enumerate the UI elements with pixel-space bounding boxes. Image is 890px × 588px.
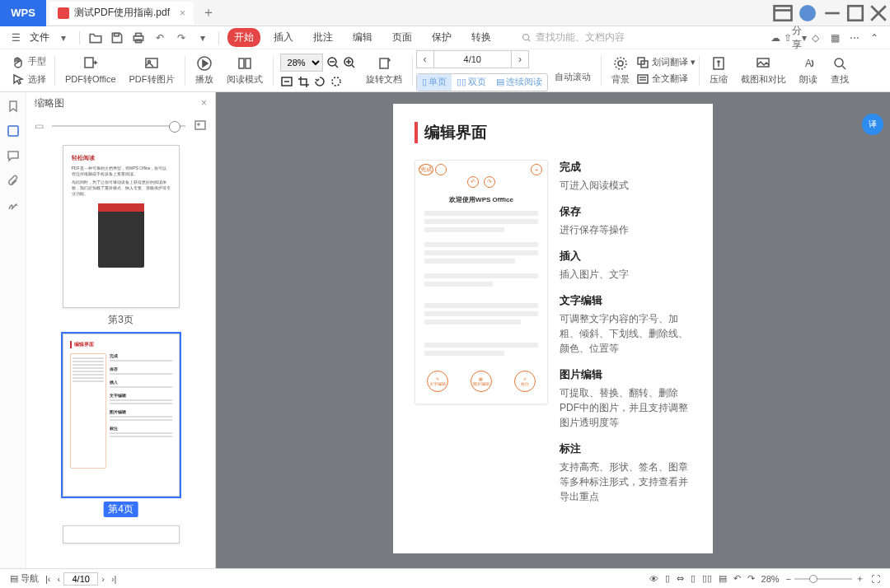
status-eye-icon[interactable]: 👁 xyxy=(646,574,662,584)
translate-float-badge[interactable]: 译 xyxy=(862,114,883,135)
rotate-right-icon[interactable] xyxy=(330,75,343,88)
status-zoom-value[interactable]: 28% xyxy=(758,574,783,584)
thumbnail-size-slider[interactable] xyxy=(52,125,185,127)
chevron-down-icon[interactable]: ▾ xyxy=(195,30,210,45)
view-double-page[interactable]: ▯▯ 双页 xyxy=(452,74,491,91)
compress-button[interactable]: 压缩 xyxy=(703,55,734,86)
status-fitwidth-icon[interactable]: ⇔ xyxy=(673,573,687,584)
menu-edit[interactable]: 编辑 xyxy=(346,28,379,47)
comments-panel-icon[interactable] xyxy=(4,147,22,165)
nav-toggle[interactable]: ▤ 导航 xyxy=(7,572,42,585)
rotate-doc-button[interactable]: 旋转文档 xyxy=(359,55,409,86)
status-fitpage-icon[interactable]: ▯ xyxy=(662,573,673,584)
document-viewport[interactable]: 译 编辑界面 完成 + ↶↷ 欢迎使用WPS Offfice xyxy=(216,92,890,568)
status-single-icon[interactable]: ▯ xyxy=(687,573,699,584)
chevron-down-icon[interactable]: ▾ xyxy=(56,30,71,45)
pdf-to-image-button[interactable]: PDF转图片 xyxy=(123,55,181,86)
select-tool[interactable]: 选择 xyxy=(28,73,46,86)
file-menu[interactable]: 文件 xyxy=(30,30,49,44)
svg-point-28 xyxy=(618,61,623,66)
collapse-ribbon-icon[interactable]: ⌃ xyxy=(867,30,882,45)
rotate-left-icon[interactable] xyxy=(313,75,326,88)
thumbnail-zoom-out-icon[interactable]: ▭ xyxy=(35,120,44,132)
bookmark-panel-icon[interactable] xyxy=(4,97,22,115)
hand-tool[interactable]: 手型 xyxy=(28,55,46,68)
wps-brand-tag[interactable]: WPS xyxy=(0,0,46,26)
crop-icon[interactable] xyxy=(297,75,310,88)
svg-point-43 xyxy=(198,124,199,125)
status-continuous-icon[interactable]: ▤ xyxy=(715,573,730,584)
thumbnail-page-3[interactable]: 轻松阅读 PDF是一种可靠的文档类型，在WPS Office，你可以在任何电脑或… xyxy=(63,145,180,327)
svg-rect-13 xyxy=(146,58,157,68)
save-icon[interactable] xyxy=(110,30,124,45)
prev-page-button[interactable]: ‹ xyxy=(416,50,434,68)
search-box[interactable]: 查找功能、文档内容 xyxy=(521,30,745,44)
open-folder-icon[interactable] xyxy=(88,30,103,45)
bookmark-icon[interactable]: ◇ xyxy=(808,30,822,45)
status-fullscreen-icon[interactable]: ⛶ xyxy=(868,574,883,584)
fit-width-icon[interactable] xyxy=(280,75,293,88)
tab-add-icon[interactable]: ＋ xyxy=(202,4,215,21)
svg-line-18 xyxy=(335,65,338,68)
find-button[interactable]: 查找 xyxy=(824,55,855,86)
zoom-in-icon[interactable] xyxy=(343,56,356,69)
screenshot-compare-button[interactable]: 截图和对比 xyxy=(734,55,793,86)
view-continuous[interactable]: ▤ 连续阅读 xyxy=(491,74,547,91)
menu-protect[interactable]: 保护 xyxy=(425,28,458,47)
status-zoom-out[interactable]: − xyxy=(783,574,794,584)
hamburger-icon[interactable]: ☰ xyxy=(8,30,23,45)
thumbnail-panel-close-icon[interactable]: × xyxy=(201,97,207,109)
user-avatar[interactable] xyxy=(799,5,816,21)
status-rotate-left-icon[interactable]: ↶ xyxy=(730,573,744,584)
mock-add-icon: + xyxy=(531,164,542,175)
pdf-to-office-button[interactable]: PDF转Office xyxy=(59,55,123,86)
window-layout-icon[interactable] xyxy=(771,2,794,25)
print-icon[interactable] xyxy=(131,30,146,45)
status-double-icon[interactable]: ▯▯ xyxy=(699,573,715,584)
status-next-page[interactable]: › xyxy=(98,574,108,584)
next-page-button[interactable]: › xyxy=(511,50,529,68)
window-maximize-icon[interactable] xyxy=(844,2,867,25)
word-translate-button[interactable]: 划词翻译▾ xyxy=(636,56,696,69)
thumbnail-panel-icon[interactable] xyxy=(4,122,22,140)
document-tab[interactable]: 测试PDF使用指南.pdf × xyxy=(49,2,194,25)
page-heading: 编辑界面 xyxy=(415,122,691,143)
menu-convert[interactable]: 转换 xyxy=(465,28,498,47)
signature-panel-icon[interactable] xyxy=(4,196,22,214)
status-last-page[interactable]: ›| xyxy=(108,574,120,584)
status-prev-page[interactable]: ‹ xyxy=(54,574,64,584)
attachment-panel-icon[interactable] xyxy=(4,171,22,189)
view-single-page[interactable]: ▯ 单页 xyxy=(417,74,452,91)
full-translate-button[interactable]: 全文翻译 xyxy=(636,72,696,86)
status-rotate-right-icon[interactable]: ↷ xyxy=(744,573,758,584)
zoom-out-icon[interactable] xyxy=(326,56,340,69)
cloud-sync-icon[interactable]: ☁ xyxy=(768,30,783,45)
search-icon xyxy=(521,32,532,44)
zoom-select[interactable]: 28% xyxy=(280,54,323,72)
menu-insert[interactable]: 插入 xyxy=(267,28,300,47)
app-grid-icon[interactable]: ▦ xyxy=(827,30,842,45)
window-minimize-icon[interactable] xyxy=(821,2,844,25)
thumbnail-page-5[interactable] xyxy=(63,525,180,544)
menu-page[interactable]: 页面 xyxy=(386,28,419,47)
more-icon[interactable]: ⋯ xyxy=(847,30,862,45)
read-aloud-button[interactable]: A朗读 xyxy=(793,55,824,86)
undo-icon[interactable]: ↶ xyxy=(152,30,167,45)
svg-text:A: A xyxy=(805,58,812,69)
menu-start[interactable]: 开始 xyxy=(227,28,260,47)
tab-close-icon[interactable]: × xyxy=(180,7,185,19)
thumbnail-page-4[interactable]: 编辑界面 完成 保存 插入 文字编辑 图片编辑 标注 第4页 xyxy=(63,334,180,517)
auto-scroll-button[interactable]: 自动滚动 xyxy=(548,71,597,83)
svg-rect-6 xyxy=(115,33,119,35)
status-page-input[interactable] xyxy=(63,572,98,586)
background-button[interactable]: 背景 xyxy=(605,55,636,86)
share-button[interactable]: ⇧ 分享 ▾ xyxy=(788,30,803,45)
play-button[interactable]: 播放 xyxy=(189,55,220,86)
thumbnail-zoom-in-icon[interactable] xyxy=(194,119,207,134)
read-mode-button[interactable]: 阅读模式 xyxy=(220,55,269,86)
menu-annotate[interactable]: 批注 xyxy=(307,28,340,47)
redo-icon[interactable]: ↷ xyxy=(174,30,189,45)
window-close-icon[interactable] xyxy=(867,2,890,25)
status-zoom-in[interactable]: ＋ xyxy=(852,572,868,585)
status-first-page[interactable]: |‹ xyxy=(42,574,54,584)
